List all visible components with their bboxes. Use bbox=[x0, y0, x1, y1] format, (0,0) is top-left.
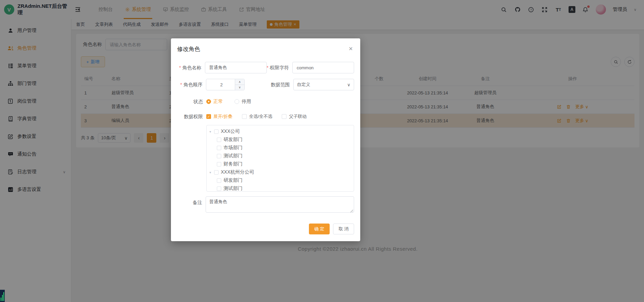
tree-node-dept[interactable]: 研发部门 bbox=[207, 136, 354, 144]
data-permission-field-label: 数据权限 bbox=[176, 111, 206, 122]
tree-checkbox[interactable] bbox=[217, 154, 221, 158]
widget-bar bbox=[1, 298, 1, 301]
tree-checkbox[interactable] bbox=[214, 129, 219, 134]
select-all-label: 全选/全不选 bbox=[249, 113, 273, 120]
tree-node-label: XXX公司 bbox=[221, 128, 240, 135]
permission-options: ✓ 展开/折叠 全选/全不选 父子联动 bbox=[206, 111, 307, 122]
radio-selected-icon bbox=[206, 99, 211, 104]
tree-node-label: 财务部门 bbox=[224, 161, 243, 167]
check-icon: ✓ bbox=[207, 115, 210, 119]
stepper-up-button[interactable]: ∧ bbox=[235, 79, 244, 85]
checkbox-unchecked-icon bbox=[282, 114, 286, 119]
tree-checkbox[interactable] bbox=[217, 162, 221, 166]
widget-bar bbox=[2, 295, 3, 301]
tree-node-label: 测试部门 bbox=[224, 185, 243, 192]
checkbox-checked-icon: ✓ bbox=[206, 114, 211, 119]
role-sort-stepper: ∧ ∨ bbox=[206, 79, 245, 90]
tree-node-company2[interactable]: ▾ XXX杭州分公司 bbox=[207, 168, 354, 176]
tree-node-label: 研发部门 bbox=[224, 137, 243, 143]
status-normal-radio[interactable]: 正常 bbox=[206, 99, 223, 105]
data-scope-select[interactable]: 自定义 ∨ bbox=[293, 79, 354, 90]
widget-bar bbox=[3, 292, 4, 301]
tree-node-label: 市场部门 bbox=[224, 145, 243, 151]
stepper-down-button[interactable]: ∨ bbox=[235, 85, 244, 90]
tree-checkbox[interactable] bbox=[217, 146, 221, 150]
data-scope-value: 自定义 bbox=[297, 82, 310, 88]
tree-checkbox[interactable] bbox=[217, 186, 221, 191]
remark-textarea[interactable]: 普通角色 bbox=[206, 196, 354, 213]
tree-checkbox[interactable] bbox=[214, 170, 219, 175]
role-name-field-label: 角色名称 bbox=[176, 62, 205, 73]
corner-widget bbox=[0, 290, 5, 302]
role-key-field-label: 权限字符 bbox=[267, 62, 292, 73]
tree-node-label: 研发部门 bbox=[224, 177, 243, 183]
close-dialog-icon[interactable]: × bbox=[349, 45, 353, 52]
checkbox-unchecked-icon bbox=[242, 114, 247, 119]
dialog-header: 修改角色 × bbox=[171, 38, 360, 53]
remark-field-label: 备注 bbox=[176, 196, 206, 214]
remark-textarea-wrap: 普通角色 bbox=[206, 196, 354, 214]
dialog-body: 角色名称 权限字符 角色顺序 ∧ ∨ 数据范围 自定义 ∨ 状态 bbox=[171, 53, 360, 214]
cancel-button[interactable]: 取 消 bbox=[333, 224, 354, 234]
tree-caret-icon[interactable]: ▾ bbox=[207, 171, 214, 174]
tree-node-dept[interactable]: 测试部门 bbox=[207, 152, 354, 160]
status-normal-label: 正常 bbox=[213, 99, 223, 105]
status-disabled-radio[interactable]: 停用 bbox=[234, 99, 251, 105]
radio-unselected-icon bbox=[234, 99, 239, 104]
role-sort-field-label: 角色顺序 bbox=[176, 79, 206, 90]
dialog-footer: 确 定 取 消 bbox=[171, 217, 360, 241]
status-field-label: 状态 bbox=[176, 96, 206, 107]
tree-node-label: 测试部门 bbox=[224, 153, 243, 159]
confirm-button[interactable]: 确 定 bbox=[309, 224, 330, 234]
select-all-checkbox[interactable]: 全选/全不选 bbox=[242, 113, 273, 120]
tree-node-dept[interactable]: 财务部门 bbox=[207, 160, 354, 168]
edit-role-dialog: 修改角色 × 角色名称 权限字符 角色顺序 ∧ ∨ 数据范围 自定义 ∨ bbox=[171, 38, 360, 241]
status-radio-group: 正常 停用 bbox=[206, 96, 251, 107]
tree-node-label: XXX杭州分公司 bbox=[221, 169, 254, 175]
parent-child-link-checkbox[interactable]: 父子联动 bbox=[282, 113, 307, 120]
tree-node-company1[interactable]: ▾ XXX公司 bbox=[207, 127, 354, 136]
dialog-role-name-input[interactable] bbox=[205, 62, 267, 73]
tree-checkbox[interactable] bbox=[217, 138, 221, 142]
status-disabled-label: 停用 bbox=[242, 99, 251, 105]
expand-collapse-label: 展开/折叠 bbox=[213, 113, 232, 120]
tree-node-dept[interactable]: 研发部门 bbox=[207, 176, 354, 184]
dialog-role-key-input[interactable] bbox=[292, 62, 354, 73]
parent-child-link-label: 父子联动 bbox=[289, 113, 307, 120]
tree-spacer bbox=[176, 125, 206, 192]
dialog-title: 修改角色 bbox=[177, 46, 200, 52]
permission-tree: ▾ XXX公司 研发部门 市场部门 测试部门 bbox=[206, 125, 354, 192]
tree-node-dept[interactable]: 市场部门 bbox=[207, 144, 354, 152]
expand-collapse-checkbox[interactable]: ✓ 展开/折叠 bbox=[206, 113, 232, 120]
chevron-down-icon: ∨ bbox=[347, 82, 351, 87]
tree-checkbox[interactable] bbox=[217, 178, 221, 183]
tree-caret-icon[interactable]: ▾ bbox=[207, 130, 214, 134]
tree-node-dept[interactable]: 测试部门 bbox=[207, 184, 354, 192]
data-scope-field-label: 数据范围 bbox=[268, 79, 293, 90]
